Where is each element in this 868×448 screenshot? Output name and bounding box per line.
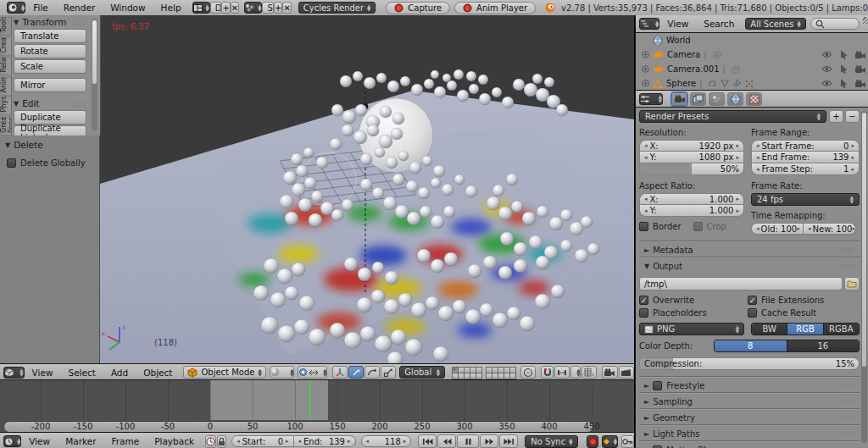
output-path-field[interactable]: /tmp\ — [639, 277, 843, 290]
duplicate-linked-button[interactable]: Duplicate Linked — [14, 125, 86, 136]
particle-sphere[interactable] — [581, 216, 593, 228]
lock-frame-button[interactable] — [217, 435, 226, 448]
particle-sphere[interactable] — [344, 257, 358, 271]
aspect-y-field[interactable]: ◂Y: 1.000▸ — [639, 205, 744, 217]
file-format-select[interactable]: PNG ▲▼ — [639, 323, 744, 335]
particle-sphere[interactable] — [431, 178, 441, 188]
particle-sphere[interactable] — [465, 185, 477, 197]
timeline-resize-grip[interactable] — [592, 381, 600, 390]
particle-sphere[interactable] — [375, 335, 392, 352]
resolution-x-field[interactable]: ◂X: 1920 px▸ — [639, 140, 744, 152]
visibility-toggle[interactable] — [818, 51, 835, 58]
screen-layout-icon-dropdown[interactable]: ▲▼ — [192, 2, 210, 14]
outliner-item-sphere[interactable]: Sphere| — [636, 76, 868, 90]
visibility-toggle[interactable] — [818, 65, 835, 73]
menu-select[interactable]: Select — [68, 368, 95, 378]
expand-icon[interactable] — [641, 65, 650, 73]
particle-sphere[interactable] — [380, 106, 392, 118]
jump-prev-keyframe-button[interactable] — [437, 434, 456, 448]
jump-next-keyframe-button[interactable] — [480, 434, 498, 448]
particle-sphere[interactable] — [453, 69, 464, 80]
browse-folder-button[interactable] — [844, 277, 860, 290]
particle-sphere[interactable] — [498, 207, 512, 220]
selectability-toggle[interactable] — [835, 79, 852, 88]
particle-sphere[interactable] — [442, 74, 451, 82]
tridown-icon[interactable] — [721, 80, 729, 87]
outliner-search-input[interactable] — [810, 18, 860, 30]
particle-sphere[interactable] — [431, 70, 439, 79]
render-anim-button[interactable] — [619, 366, 634, 379]
manipulator-rotate-button[interactable] — [364, 366, 380, 379]
panel-header-geometry[interactable]: ►Geometry:::: — [639, 409, 860, 425]
particle-sphere[interactable] — [536, 256, 549, 269]
particle-sphere[interactable] — [355, 104, 367, 116]
scene-name[interactable]: Scene — [262, 2, 274, 14]
duplicate-button[interactable]: Duplicate — [14, 110, 86, 124]
render-engine-select[interactable]: Cycles Render ▲▼ — [298, 2, 376, 14]
particle-sphere[interactable] — [575, 249, 588, 263]
render-presets-select[interactable]: Render Presets ▲▼ — [639, 110, 826, 123]
panel-header-light-paths[interactable]: ►Light Paths:::: — [639, 425, 860, 441]
menu-window[interactable]: Window — [110, 3, 145, 13]
anim-player-button[interactable]: Anim Player — [454, 2, 536, 14]
color-mode-bw[interactable]: BW — [752, 324, 787, 335]
shelf-tab-tools[interactable]: Tools — [0, 17, 12, 36]
outliner-item-world[interactable]: World — [636, 33, 868, 47]
particle-sphere[interactable] — [522, 212, 536, 225]
particle-sphere[interactable] — [514, 259, 527, 273]
particle-sphere[interactable] — [431, 215, 444, 229]
screen-layout-name[interactable]: Default — [210, 2, 222, 14]
layer-cell[interactable] — [476, 373, 482, 379]
particle-sphere[interactable] — [353, 71, 363, 81]
particle-sphere[interactable] — [387, 80, 399, 92]
particle-sphere[interactable] — [433, 346, 448, 362]
menu-view[interactable]: View — [29, 436, 50, 446]
expand-icon[interactable] — [641, 80, 650, 87]
particle-sphere[interactable] — [353, 130, 367, 144]
particle-sphere[interactable] — [426, 296, 439, 310]
scale-button[interactable]: Scale — [14, 59, 86, 74]
particle-sphere[interactable] — [392, 113, 404, 124]
particle-sphere[interactable] — [340, 75, 352, 87]
particle-sphere[interactable] — [372, 262, 384, 274]
particle-sphere[interactable] — [492, 185, 504, 196]
render-image-button[interactable] — [602, 366, 617, 379]
particle-sphere[interactable] — [392, 174, 404, 185]
shelf-tab-grease-pencil[interactable]: Grease Pencil — [0, 117, 12, 136]
particle-sphere[interactable] — [395, 205, 409, 218]
tab-scene[interactable] — [709, 92, 725, 106]
particle-sphere[interactable] — [537, 206, 548, 218]
particle-sphere[interactable] — [514, 242, 527, 256]
particle-sphere[interactable] — [376, 73, 387, 83]
particle-sphere[interactable] — [292, 263, 305, 276]
particle-sphere[interactable] — [407, 212, 420, 225]
menu-view[interactable]: View — [32, 368, 53, 378]
particle-sphere[interactable] — [487, 196, 500, 210]
add-preset-button[interactable]: + — [829, 110, 843, 123]
particle-sphere[interactable] — [424, 79, 434, 89]
remap-old-field[interactable]: ◂Old: 100▸ — [751, 223, 804, 235]
timeline-tracks[interactable] — [0, 380, 634, 420]
rotate-button[interactable]: Rotate — [14, 44, 86, 58]
shelf-tab-physics[interactable]: Physics — [0, 97, 12, 116]
particle-sphere[interactable] — [360, 326, 376, 341]
mirror-button[interactable]: Mirror — [14, 78, 86, 92]
resolution-scale-slider[interactable]: 50% — [639, 163, 744, 175]
particle-sphere[interactable] — [443, 206, 455, 218]
properties-scrollbar[interactable] — [861, 111, 867, 443]
particle-sphere[interactable] — [478, 75, 488, 85]
end-frame-prop-field[interactable]: ◂End Frame: 139▸ — [751, 152, 860, 163]
dots-icon[interactable] — [745, 80, 754, 88]
particle-sphere[interactable] — [278, 325, 295, 342]
menu-add[interactable]: Add — [111, 368, 128, 378]
metadata-panel-header[interactable]: ► Metadata:::: — [639, 241, 860, 257]
particle-sphere[interactable] — [391, 128, 403, 140]
particle-sphere[interactable] — [358, 268, 371, 281]
visibility-toggle[interactable] — [818, 80, 835, 87]
particle-sphere[interactable] — [330, 323, 345, 338]
add-scene-button[interactable]: + — [274, 2, 282, 14]
particle-sphere[interactable] — [417, 249, 431, 263]
particle-sphere[interactable] — [294, 319, 309, 335]
compression-slider[interactable]: Compression: 15% — [639, 357, 860, 370]
particle-sphere[interactable] — [556, 104, 568, 116]
